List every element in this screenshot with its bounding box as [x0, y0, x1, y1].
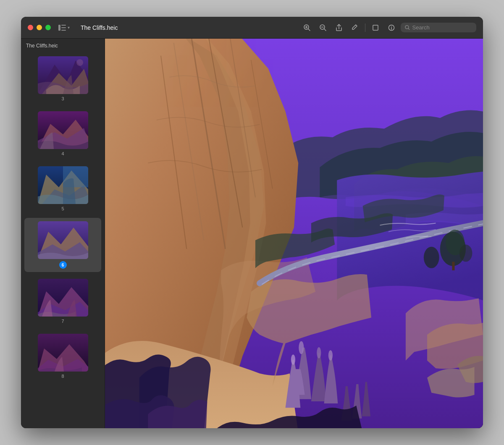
- svg-point-48: [299, 341, 304, 354]
- svg-rect-0: [58, 25, 60, 31]
- svg-line-5: [308, 29, 310, 31]
- svg-line-15: [408, 29, 410, 30]
- search-icon: [405, 25, 410, 30]
- search-input[interactable]: [412, 24, 472, 31]
- svg-rect-2: [61, 27, 66, 28]
- crop-button[interactable]: [369, 21, 382, 34]
- image-viewer: [105, 39, 483, 428]
- titlebar: ▾ The Cliffs.heic: [21, 17, 483, 39]
- thumbnail-item-6[interactable]: 6: [24, 218, 101, 272]
- traffic-lights: [28, 25, 51, 30]
- minimize-button[interactable]: [37, 25, 42, 30]
- info-button[interactable]: [385, 21, 398, 34]
- page-number-7: 7: [61, 319, 64, 324]
- close-button[interactable]: [28, 25, 33, 30]
- main-image: [105, 39, 483, 428]
- zoom-out-button[interactable]: [316, 21, 330, 34]
- thumbnail-image-6: [38, 221, 88, 259]
- thumbnail-image-7: [38, 279, 88, 317]
- window-title: The Cliffs.heic: [77, 24, 295, 31]
- page-number-3: 3: [61, 96, 64, 101]
- thumbnail-label-6: 6: [59, 261, 67, 269]
- page-number-8: 8: [61, 374, 64, 379]
- thumbnail-image-4: [38, 111, 88, 149]
- svg-rect-45: [452, 262, 454, 270]
- thumbnail-item-4[interactable]: 4: [24, 108, 101, 160]
- thumbnail-image-3: [38, 56, 88, 94]
- svg-point-13: [391, 26, 392, 26]
- svg-point-19: [76, 59, 83, 66]
- svg-rect-3: [61, 30, 66, 31]
- page-number-4: 4: [61, 151, 64, 156]
- thumbnail-item-5[interactable]: 5: [24, 163, 101, 215]
- markup-divider: [365, 24, 365, 32]
- svg-point-47: [459, 245, 472, 262]
- app-window: ▾ The Cliffs.heic: [21, 17, 483, 428]
- toolbar-actions: [300, 21, 476, 34]
- sidebar: The Cliffs.heic: [21, 39, 105, 428]
- zoom-in-button[interactable]: [300, 21, 314, 34]
- thumbnail-item-7[interactable]: 7: [24, 275, 101, 327]
- maximize-button[interactable]: [45, 25, 51, 30]
- chevron-down-icon: ▾: [68, 25, 70, 30]
- svg-point-51: [291, 354, 295, 365]
- sidebar-toggle-button[interactable]: ▾: [56, 23, 72, 32]
- thumbnail-label-3: 3: [61, 96, 64, 101]
- thumbnail-item-3[interactable]: 3: [24, 53, 101, 105]
- svg-line-9: [324, 29, 326, 31]
- thumbnail-item-8[interactable]: 8: [24, 330, 101, 382]
- thumbnail-image-8: [38, 334, 88, 372]
- main-content: The Cliffs.heic: [21, 39, 483, 428]
- markup-button[interactable]: [348, 21, 362, 34]
- thumbnail-label-8: 8: [61, 374, 64, 379]
- search-bar[interactable]: [401, 23, 476, 32]
- svg-point-50: [328, 350, 333, 361]
- thumbnail-label-7: 7: [61, 319, 64, 324]
- svg-rect-11: [373, 25, 378, 30]
- svg-point-49: [317, 347, 321, 359]
- sidebar-header: The Cliffs.heic: [21, 39, 105, 51]
- thumbnail-label-4: 4: [61, 151, 64, 156]
- share-button[interactable]: [332, 21, 346, 34]
- page-number-badge-6: 6: [59, 261, 67, 269]
- thumbnail-label-5: 5: [61, 206, 64, 211]
- page-number-5: 5: [61, 206, 64, 211]
- svg-point-46: [424, 247, 439, 268]
- thumbnail-image-5: [38, 166, 88, 204]
- svg-rect-1: [61, 25, 66, 26]
